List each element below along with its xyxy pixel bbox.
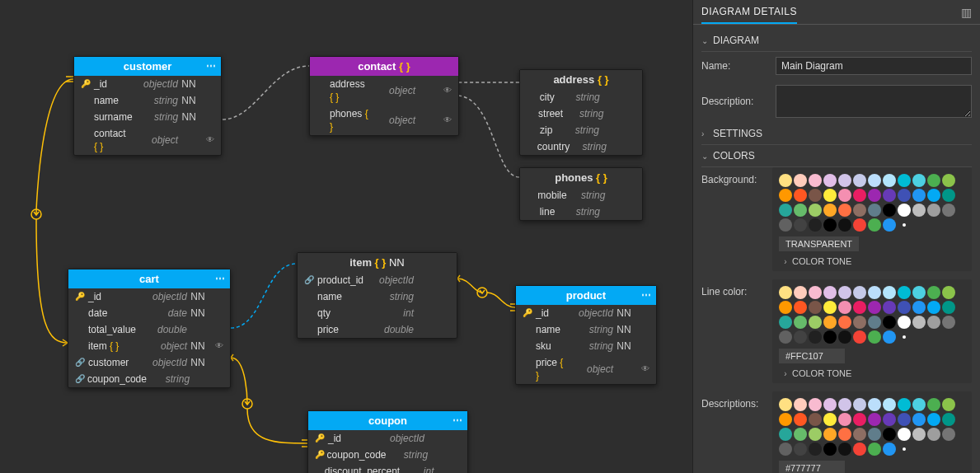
color-swatch[interactable]: [838, 301, 851, 314]
field-row[interactable]: countrystring: [520, 138, 642, 155]
color-swatch[interactable]: [868, 443, 881, 456]
color-swatch[interactable]: [868, 189, 881, 202]
field-row[interactable]: price { }object👁: [516, 354, 656, 384]
field-row[interactable]: surnamestringNN: [74, 109, 221, 125]
field-row[interactable]: item { }objectNN👁: [68, 338, 230, 354]
color-swatch[interactable]: [779, 413, 792, 426]
color-swatch[interactable]: [942, 204, 955, 217]
name-input[interactable]: [776, 57, 972, 75]
entity-menu-icon[interactable]: ⋯: [206, 60, 216, 72]
color-swatch[interactable]: [794, 286, 807, 299]
color-swatch[interactable]: [942, 316, 955, 329]
section-settings[interactable]: › SETTINGS: [701, 123, 972, 145]
color-swatch[interactable]: [898, 286, 911, 299]
eye-icon[interactable]: 👁: [209, 340, 223, 353]
color-swatch[interactable]: [883, 413, 896, 426]
color-swatch[interactable]: [809, 398, 822, 411]
color-swatch[interactable]: [912, 204, 926, 217]
diagram-canvas[interactable]: customer ⋯ 🔑_idobjectIdNN namestringNN s…: [0, 0, 692, 473]
color-swatch[interactable]: [809, 301, 822, 314]
color-swatch[interactable]: [794, 218, 807, 232]
color-swatch[interactable]: [794, 316, 807, 329]
color-swatch[interactable]: [868, 218, 881, 232]
color-swatch[interactable]: [823, 398, 837, 411]
color-swatch[interactable]: [823, 286, 837, 299]
entity-header[interactable]: coupon ⋯: [308, 411, 467, 430]
field-row[interactable]: contact { }object👁: [74, 125, 221, 155]
eye-icon[interactable]: 👁: [437, 114, 452, 127]
color-swatch[interactable]: [809, 443, 822, 456]
color-swatch[interactable]: [809, 428, 822, 441]
color-swatch[interactable]: [927, 174, 940, 187]
entity-menu-icon[interactable]: ⋯: [452, 414, 462, 426]
color-swatch[interactable]: [868, 398, 881, 411]
color-swatch[interactable]: [912, 286, 926, 299]
color-swatch[interactable]: [942, 413, 955, 426]
color-swatch[interactable]: [823, 443, 837, 456]
field-row[interactable]: linestring: [520, 204, 642, 220]
color-swatch[interactable]: [838, 189, 851, 202]
color-swatch[interactable]: [794, 174, 807, 187]
color-tone-toggle[interactable]: › COLOR TONE: [779, 256, 965, 266]
color-swatch[interactable]: [794, 428, 807, 441]
field-row[interactable]: namestringNN: [74, 92, 221, 109]
color-swatch[interactable]: [823, 218, 837, 232]
descriptions-hex-input[interactable]: [779, 461, 845, 473]
eye-icon[interactable]: 👁: [635, 363, 649, 376]
field-row[interactable]: skustringNN: [516, 338, 656, 354]
field-row[interactable]: mobilestring: [520, 187, 642, 204]
color-swatch[interactable]: [779, 330, 792, 344]
color-swatch[interactable]: [912, 189, 926, 202]
color-swatch[interactable]: [809, 330, 822, 344]
field-row[interactable]: 🔗product_idobjectId: [298, 272, 457, 288]
entity-header[interactable]: cart ⋯: [68, 269, 230, 288]
section-diagram[interactable]: ⌄ DIAGRAM: [701, 30, 972, 52]
color-swatch[interactable]: [883, 286, 896, 299]
field-row[interactable]: namestringNN: [516, 321, 656, 338]
color-swatch[interactable]: [809, 189, 822, 202]
color-swatch[interactable]: [942, 174, 955, 187]
color-swatch[interactable]: [898, 316, 911, 329]
tab-diagram-details[interactable]: DIAGRAM DETAILS: [701, 1, 797, 24]
color-swatch[interactable]: [883, 428, 896, 441]
entity-item[interactable]: item { } NN 🔗product_idobjectId namestri…: [297, 252, 457, 339]
color-swatch[interactable]: [838, 428, 851, 441]
color-swatch[interactable]: [823, 428, 837, 441]
eye-icon[interactable]: 👁: [437, 84, 452, 97]
color-swatch[interactable]: [779, 189, 792, 202]
color-swatch[interactable]: [779, 428, 792, 441]
color-swatch[interactable]: [853, 428, 866, 441]
color-swatch[interactable]: [927, 286, 940, 299]
color-swatch[interactable]: [927, 301, 940, 314]
color-swatch[interactable]: [927, 189, 940, 202]
color-swatch[interactable]: [868, 204, 881, 217]
color-swatch[interactable]: [838, 330, 851, 344]
color-swatch[interactable]: [823, 174, 837, 187]
color-swatch[interactable]: [942, 398, 955, 411]
color-swatch[interactable]: [912, 398, 926, 411]
color-swatch-more[interactable]: [903, 335, 906, 339]
color-swatch[interactable]: [779, 398, 792, 411]
entity-header[interactable]: contact { }: [310, 57, 458, 76]
color-swatch[interactable]: [927, 316, 940, 329]
color-swatch[interactable]: [779, 218, 792, 232]
color-swatch[interactable]: [942, 428, 955, 441]
color-swatch[interactable]: [912, 413, 926, 426]
entity-cart[interactable]: cart ⋯ 🔑_idobjectIdNN datedateNN total_v…: [68, 269, 231, 388]
color-swatch[interactable]: [838, 204, 851, 217]
color-swatch[interactable]: [838, 443, 851, 456]
color-swatch[interactable]: [794, 443, 807, 456]
color-swatch[interactable]: [927, 204, 940, 217]
color-swatch[interactable]: [794, 189, 807, 202]
field-row[interactable]: datedateNN: [68, 305, 230, 321]
color-swatch[interactable]: [912, 316, 926, 329]
color-tone-toggle[interactable]: › COLOR TONE: [779, 368, 965, 378]
color-swatch[interactable]: [898, 174, 911, 187]
color-swatch[interactable]: [853, 174, 866, 187]
entity-header[interactable]: product ⋯: [516, 286, 656, 305]
entity-phones[interactable]: phones { } mobilestring linestring: [519, 167, 643, 221]
color-swatch[interactable]: [853, 443, 866, 456]
color-swatch[interactable]: [779, 204, 792, 217]
color-swatch[interactable]: [853, 413, 866, 426]
color-swatch[interactable]: [912, 428, 926, 441]
